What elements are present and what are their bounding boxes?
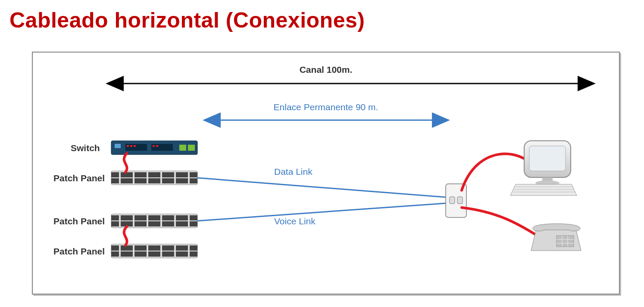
svg-rect-1 [115, 144, 121, 148]
svg-rect-2 [125, 144, 147, 151]
svg-rect-13 [111, 178, 197, 183]
svg-rect-21 [111, 215, 197, 220]
svg-rect-9 [153, 145, 155, 147]
svg-rect-39 [450, 197, 455, 204]
svg-rect-25 [147, 215, 148, 226]
svg-rect-37 [188, 245, 190, 257]
patch-panel-3-icon [111, 244, 197, 258]
svg-rect-8 [134, 145, 136, 147]
svg-rect-3 [151, 144, 173, 151]
svg-rect-14 [119, 172, 121, 183]
svg-rect-24 [133, 215, 134, 226]
svg-rect-30 [111, 245, 197, 251]
svg-rect-35 [160, 245, 162, 257]
svg-rect-10 [156, 145, 158, 147]
svg-rect-19 [188, 172, 190, 183]
diagram-frame: Canal 100m. Enlace Permanente 90 m. Data… [32, 52, 620, 295]
svg-rect-22 [111, 221, 197, 226]
svg-rect-32 [119, 245, 121, 257]
diagram-svg [33, 53, 619, 294]
patch-panel-1-icon [111, 171, 197, 185]
svg-rect-4 [179, 145, 186, 151]
svg-rect-34 [147, 245, 148, 257]
svg-rect-16 [147, 172, 148, 183]
svg-rect-36 [174, 245, 176, 257]
svg-rect-48 [556, 236, 574, 247]
svg-rect-17 [160, 172, 162, 183]
svg-rect-28 [188, 215, 190, 226]
svg-rect-40 [457, 197, 463, 204]
red-cable-switch-to-pp1 [124, 153, 127, 172]
computer-icon [510, 141, 577, 195]
red-cable-pp2-to-pp3 [124, 226, 127, 245]
svg-rect-26 [160, 215, 162, 226]
data-link-line [197, 178, 446, 197]
telephone-icon [531, 224, 581, 251]
red-cable-outlet-to-phone [462, 208, 537, 236]
svg-rect-33 [133, 245, 134, 257]
svg-rect-5 [188, 145, 195, 151]
svg-rect-18 [174, 172, 176, 183]
patch-panel-2-icon [111, 214, 197, 228]
svg-rect-23 [119, 215, 121, 226]
svg-rect-27 [174, 215, 176, 226]
svg-rect-31 [111, 251, 197, 257]
page-title: Cableado horizontal (Conexiones) [0, 0, 644, 33]
svg-rect-6 [127, 145, 129, 147]
svg-rect-42 [529, 146, 566, 171]
switch-icon [111, 141, 197, 155]
svg-rect-15 [133, 172, 134, 183]
voice-link-line [197, 203, 446, 221]
svg-rect-12 [111, 172, 197, 177]
svg-rect-7 [130, 145, 132, 147]
